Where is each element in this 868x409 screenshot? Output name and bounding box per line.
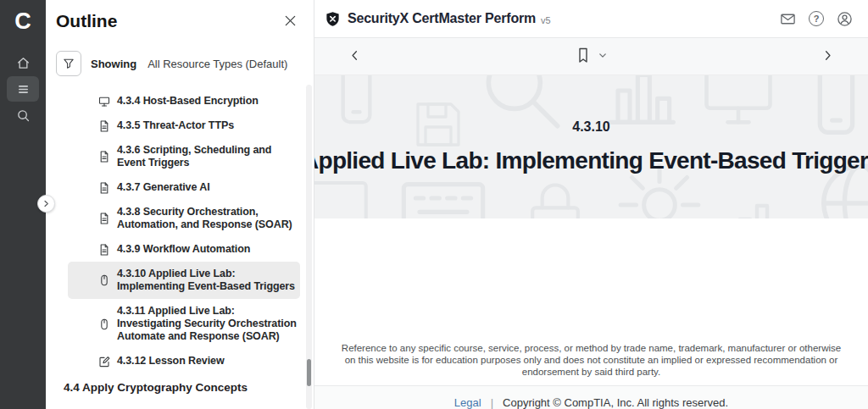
help-button[interactable]: ?: [809, 11, 824, 26]
mail-button[interactable]: [780, 11, 796, 27]
account-button[interactable]: [837, 11, 853, 27]
outline-item-label: 4.3.11 Applied Live Lab: Investigating S…: [117, 305, 298, 343]
comptia-logo: C: [14, 7, 31, 36]
lesson-title: Applied Live Lab: Implementing Event-Bas…: [314, 147, 868, 174]
disclaimer-text: Reference to any specific course, servic…: [337, 342, 847, 378]
scrollbar-thumb[interactable]: [307, 359, 311, 386]
chevron-left-icon: [348, 49, 361, 62]
main-content: SecurityX CertMaster Perform v5 ?: [314, 0, 868, 409]
securityx-shield-icon: [325, 11, 341, 27]
home-button[interactable]: [7, 51, 39, 75]
filter-button[interactable]: [56, 51, 81, 76]
outline-item[interactable]: 4.3.4 Host-Based Encryption: [68, 89, 300, 113]
outline-item[interactable]: 4.3.5 Threat-Actor TTPs: [68, 113, 300, 138]
watermark-monitor-icon: [314, 170, 376, 218]
document-icon: [98, 213, 110, 224]
outline-item-label: 4.3.10 Applied Live Lab: Implementing Ev…: [117, 268, 298, 293]
monitor-icon: [98, 96, 110, 108]
account-icon: [837, 11, 853, 27]
outline-item-label: 4.3.5 Threat-Actor TTPs: [117, 119, 234, 132]
footer-separator: |: [491, 396, 493, 409]
filter-value: All Resource Types (Default): [147, 58, 287, 70]
outline-list: 4.3.4 Host-Based Encryption 4.3.5 Threat…: [68, 89, 300, 373]
legal-link[interactable]: Legal: [454, 396, 481, 409]
document-icon: [98, 151, 110, 163]
home-icon: [16, 56, 31, 70]
outline-item[interactable]: 4.3.10 Applied Live Lab: Implementing Ev…: [68, 262, 300, 299]
page-footer: Legal | Copyright © CompTIA, Inc. All ri…: [314, 385, 868, 409]
lesson-banner: 4.3.10 Applied Live Lab: Implementing Ev…: [314, 75, 868, 218]
watermark-phone-icon: [316, 75, 397, 129]
copyright-text: Copyright © CompTIA, Inc. All rights res…: [503, 396, 728, 409]
document-icon: [98, 120, 110, 132]
bookmark-button[interactable]: [576, 47, 590, 66]
document-icon: [98, 244, 110, 256]
next-lesson-button[interactable]: [820, 47, 836, 66]
lesson-number: 4.3.10: [572, 119, 609, 135]
app-root: C Outline: [0, 0, 868, 409]
filter-funnel-icon: [63, 58, 75, 69]
watermark-magnifier-icon: [471, 75, 575, 143]
outline-item-label: 4.3.6 Scripting, Scheduling and Event Tr…: [117, 144, 298, 169]
outline-item-label: 4.3.9 Workflow Automation: [117, 243, 250, 256]
watermark-lock-icon: [516, 175, 594, 218]
outline-item[interactable]: 4.3.12 Lesson Review: [68, 349, 300, 373]
close-outline-button[interactable]: [282, 13, 298, 31]
watermark-chart-icon: [720, 179, 801, 218]
top-icons: ?: [780, 11, 853, 27]
outline-section-next[interactable]: 4.4 Apply Cryptography Concepts: [64, 381, 314, 394]
outline-item[interactable]: 4.3.7 Generative AI: [68, 175, 300, 200]
collapse-outline-button[interactable]: [37, 195, 55, 213]
mail-icon: [780, 11, 796, 27]
chevron-down-icon: [598, 51, 607, 60]
bookmark-group: [576, 47, 607, 66]
outline-item[interactable]: 4.3.6 Scripting, Scheduling and Event Tr…: [68, 138, 300, 175]
watermark-floppy-icon: [408, 94, 469, 155]
outline-item[interactable]: 4.3.11 Applied Live Lab: Investigating S…: [68, 299, 300, 349]
help-icon: ?: [809, 11, 824, 26]
outline-item-label: 4.3.4 Host-Based Encryption: [117, 95, 259, 108]
watermark-monitor-icon: [696, 75, 781, 136]
chevron-right-icon: [821, 49, 834, 62]
edit-icon: [98, 356, 110, 368]
product-version: v5: [541, 15, 551, 25]
mouse-icon: [98, 274, 110, 286]
outline-item[interactable]: 4.3.9 Workflow Automation: [68, 237, 300, 262]
search-button[interactable]: [7, 103, 39, 127]
outline-title: Outline: [56, 11, 117, 31]
filter-row: Showing All Resource Types (Default): [56, 51, 314, 76]
outline-menu-button[interactable]: [7, 76, 39, 102]
previous-lesson-button[interactable]: [347, 47, 363, 66]
bookmark-icon: [576, 47, 590, 64]
outline-panel: Outline Showing All Resource Types (Defa…: [46, 0, 314, 409]
outline-header: Outline: [46, 0, 314, 31]
document-icon: [98, 182, 110, 194]
lesson-nav-bar: [314, 38, 868, 75]
product-title: SecurityX CertMaster Perform: [348, 11, 536, 26]
chevron-right-icon: [42, 200, 50, 207]
outline-item[interactable]: 4.3.8 Security Orchestration, Automation…: [68, 200, 300, 237]
hamburger-menu-icon: [16, 82, 31, 97]
outline-scrollbar[interactable]: [306, 85, 312, 409]
bookmark-menu-button[interactable]: [598, 50, 607, 63]
filter-showing-label: Showing: [91, 58, 136, 70]
search-icon: [16, 108, 31, 123]
outline-item-label: 4.3.12 Lesson Review: [117, 355, 225, 368]
watermark-phone-icon: [787, 75, 868, 141]
top-bar: SecurityX CertMaster Perform v5 ?: [314, 0, 868, 38]
outline-item-label: 4.3.8 Security Orchestration, Automation…: [117, 206, 298, 231]
mouse-icon: [98, 318, 110, 330]
outline-item-label: 4.3.7 Generative AI: [117, 181, 210, 194]
close-icon: [284, 14, 297, 27]
